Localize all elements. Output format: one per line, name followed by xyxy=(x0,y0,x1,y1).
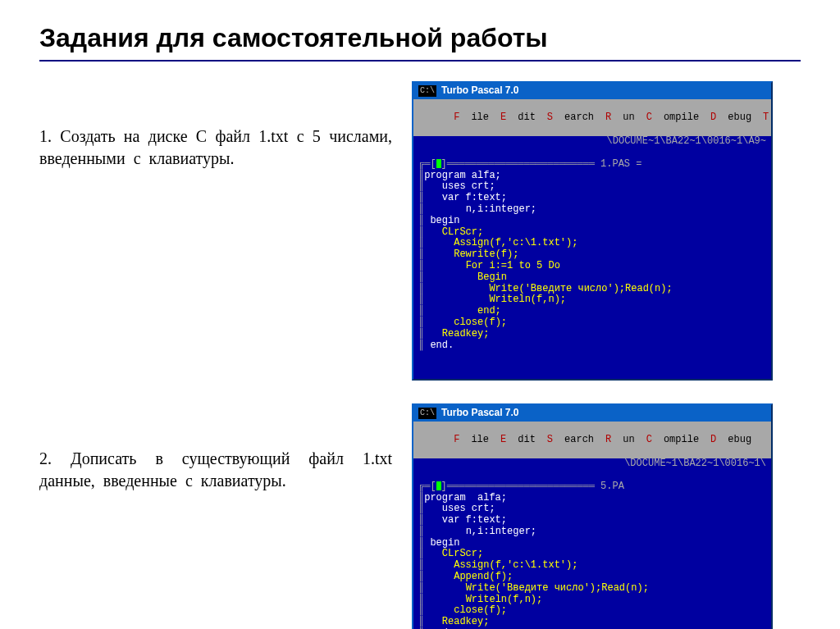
frame-top-2: ╔═[]═════════════════════════ 5.PA xyxy=(418,481,624,492)
tp-editor-2[interactable]: ╔═[]═════════════════════════ 5.PA ║prog… xyxy=(413,470,771,629)
tp-titlebar-1: C:\ Turbo Pascal 7.0 xyxy=(413,83,771,99)
menu-run-2[interactable]: Run xyxy=(605,435,635,446)
task-1-text: 1. Создать на диске С файл 1.txt с 5 чис… xyxy=(39,81,392,170)
menu-compile-2[interactable]: Compile xyxy=(646,435,699,446)
menu-file[interactable]: File xyxy=(454,112,489,124)
tp-window-2: C:\ Turbo Pascal 7.0 FileEditSearchRunCo… xyxy=(412,403,773,629)
tp-title-text-1: Turbo Pascal 7.0 xyxy=(441,85,518,97)
row-1: 1. Создать на диске С файл 1.txt с 5 чис… xyxy=(39,81,801,381)
code-lines-1: ║program alfa; ║ uses crt; ║ var f:text;… xyxy=(418,171,766,352)
menu-debug[interactable]: Debug xyxy=(710,112,751,124)
task-2-text: 2. Дописать в существующий файл 1.txt да… xyxy=(39,403,392,492)
menu-trail[interactable]: T xyxy=(763,112,780,124)
cursor-icon-2 xyxy=(436,481,441,490)
code-lines-2: ║program alfa; ║ uses crt; ║ var f:text;… xyxy=(418,493,766,630)
menu-search-2[interactable]: Search xyxy=(547,435,594,446)
system-icon-1: C:\ xyxy=(418,85,436,97)
tp-menu-1: FileEditSearchRunCompileDebugT xyxy=(413,99,771,136)
row-2: 2. Дописать в существующий файл 1.txt да… xyxy=(39,403,801,629)
menu-debug-2[interactable]: Debug xyxy=(710,435,751,446)
menu-edit-2[interactable]: Edit xyxy=(500,435,536,446)
slide-title: Задания для самостоятельной работы xyxy=(39,23,801,53)
tp-path-2: \DOCUME~1\BA22~1\0016~1\ xyxy=(413,458,771,470)
menu-compile[interactable]: Compile xyxy=(646,112,699,124)
tp-menu-2: FileEditSearchRunCompileDebug xyxy=(413,422,771,458)
system-icon-2: C:\ xyxy=(418,408,436,419)
tp-path-1: \DOCUME~1\BA22~1\0016~1\A9~ xyxy=(413,136,771,148)
menu-file-2[interactable]: File xyxy=(454,435,489,446)
menu-edit[interactable]: Edit xyxy=(500,112,536,124)
tp-title-text-2: Turbo Pascal 7.0 xyxy=(441,408,518,419)
tp-editor-1[interactable]: ╔═[]═════════════════════════ 1.PAS = ║p… xyxy=(413,148,771,379)
tp-titlebar-2: C:\ Turbo Pascal 7.0 xyxy=(413,405,771,422)
divider xyxy=(39,60,801,62)
menu-search[interactable]: Search xyxy=(547,112,594,124)
frame-top-1: ╔═[]═════════════════════════ 1.PAS = xyxy=(418,158,641,170)
menu-run[interactable]: Run xyxy=(605,112,635,124)
tp-window-1: C:\ Turbo Pascal 7.0 FileEditSearchRunCo… xyxy=(412,81,773,381)
cursor-icon xyxy=(436,159,441,168)
